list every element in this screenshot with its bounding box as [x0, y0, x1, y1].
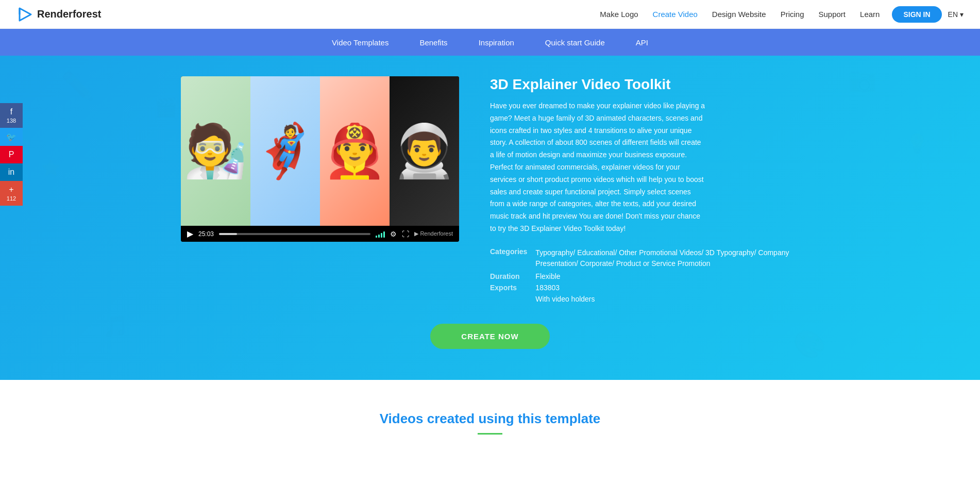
nav-create-video[interactable]: Create Video: [653, 10, 698, 19]
time-display: 25:03: [198, 230, 214, 238]
fullscreen-icon[interactable]: ⛶: [402, 230, 409, 238]
bottom-section: Videos created using this template: [0, 380, 980, 455]
with-video-holders: With video holders: [535, 295, 799, 303]
subnav-benefits[interactable]: Benefits: [419, 38, 447, 47]
nav-support[interactable]: Support: [819, 10, 846, 19]
nav-design-website[interactable]: Design Website: [712, 10, 766, 19]
twitter-button[interactable]: 🐦: [0, 128, 23, 146]
pinterest-button[interactable]: P: [0, 146, 23, 163]
vol-bar-4: [383, 231, 385, 238]
create-now-button[interactable]: CREATE NOW: [430, 324, 549, 349]
volume-indicator: [376, 230, 385, 238]
linkedin-icon: in: [8, 168, 14, 177]
svg-marker-0: [20, 8, 31, 21]
scientist-character: 🧑‍🔬: [183, 121, 248, 181]
firefighter-character: 👨‍🚒: [323, 121, 387, 181]
duration-value: Flexible: [535, 272, 799, 280]
video-thumbnails: 🧑‍🔬 🦸 👨‍🚒 👨‍🚀: [181, 76, 459, 226]
video-thumb-superman: 🦸: [250, 76, 320, 226]
social-sidebar: f 138 🐦 P in + 112: [0, 103, 23, 206]
googleplus-icon: +: [9, 185, 13, 194]
hero-content: 🧑‍🔬 🦸 👨‍🚒 👨‍🚀 ▶ 25:03: [181, 76, 799, 303]
bottom-underline: [478, 433, 502, 435]
progress-bar[interactable]: [219, 233, 370, 235]
linkedin-button[interactable]: in: [0, 163, 23, 181]
nav-pricing[interactable]: Pricing: [781, 10, 804, 19]
video-controls: ▶ 25:03 ⚙ ⛶ ▶ Renderforest: [181, 226, 459, 242]
logo-area[interactable]: Renderforest: [16, 6, 101, 23]
nav-make-logo[interactable]: Make Logo: [600, 10, 638, 19]
exports-label: Exports: [490, 284, 527, 292]
info-meta: Categories Typography/ Educational/ Othe…: [490, 247, 799, 303]
logo-icon: [16, 6, 33, 23]
video-wrapper: 🧑‍🔬 🦸 👨‍🚒 👨‍🚀 ▶ 25:03: [181, 76, 459, 242]
video-thumb-scientist: 🧑‍🔬: [181, 76, 250, 226]
top-nav: Renderforest Make Logo Create Video Desi…: [0, 0, 980, 29]
subnav-api[interactable]: API: [636, 38, 648, 47]
vol-bar-1: [376, 236, 377, 238]
astronaut-character: 👨‍🚀: [392, 121, 457, 181]
video-title: 3D Explainer Video Toolkit: [490, 76, 799, 93]
brand-name: Renderforest: [37, 8, 101, 20]
chevron-down-icon: ▾: [960, 10, 964, 19]
video-description: Have you ever dreamed to make your expla…: [490, 100, 706, 235]
settings-icon[interactable]: ⚙: [390, 230, 397, 238]
pinterest-icon: P: [9, 150, 14, 159]
signin-button[interactable]: SIGN IN: [892, 6, 941, 23]
video-thumb-firefighter: 👨‍🚒: [320, 76, 390, 226]
twitter-icon: 🐦: [6, 132, 16, 142]
googleplus-button[interactable]: + 112: [0, 181, 23, 206]
duration-label: Duration: [490, 272, 527, 280]
language-label: EN: [948, 10, 958, 19]
progress-bar-fill: [219, 233, 237, 235]
info-panel: 3D Explainer Video Toolkit Have you ever…: [490, 76, 799, 303]
subnav-inspiration[interactable]: Inspiration: [479, 38, 514, 47]
facebook-button[interactable]: f 138: [0, 103, 23, 128]
video-watermark: ▶ Renderforest: [414, 230, 453, 237]
create-now-wrapper: CREATE NOW: [41, 324, 939, 349]
sub-nav: Video Templates Benefits Inspiration Qui…: [0, 29, 980, 56]
nav-links: Make Logo Create Video Design Website Pr…: [600, 10, 880, 19]
categories-value: Typography/ Educational/ Other Promotion…: [535, 247, 799, 269]
vol-bar-2: [378, 235, 380, 238]
superman-character: 🦸: [253, 121, 317, 181]
video-player: 🧑‍🔬 🦸 👨‍🚒 👨‍🚀 ▶ 25:03: [181, 76, 459, 242]
play-button[interactable]: ▶: [187, 229, 193, 239]
categories-label: Categories: [490, 247, 527, 269]
exports-value: 183803: [535, 284, 799, 292]
vol-bar-3: [381, 233, 382, 238]
language-selector[interactable]: EN ▾: [948, 10, 964, 19]
nav-learn[interactable]: Learn: [860, 10, 880, 19]
bottom-title: Videos created using this template: [41, 411, 939, 427]
hero-section: ✏️ 🎬 📷 🎵 🎨 ⭐ 💡 🧑‍🔬 🦸 👨‍🚒: [0, 56, 980, 380]
facebook-icon: f: [10, 107, 12, 116]
googleplus-count: 112: [7, 195, 16, 202]
subnav-quick-start[interactable]: Quick start Guide: [545, 38, 605, 47]
subnav-video-templates[interactable]: Video Templates: [332, 38, 388, 47]
video-thumb-astronaut: 👨‍🚀: [390, 76, 459, 226]
facebook-count: 138: [7, 118, 16, 124]
